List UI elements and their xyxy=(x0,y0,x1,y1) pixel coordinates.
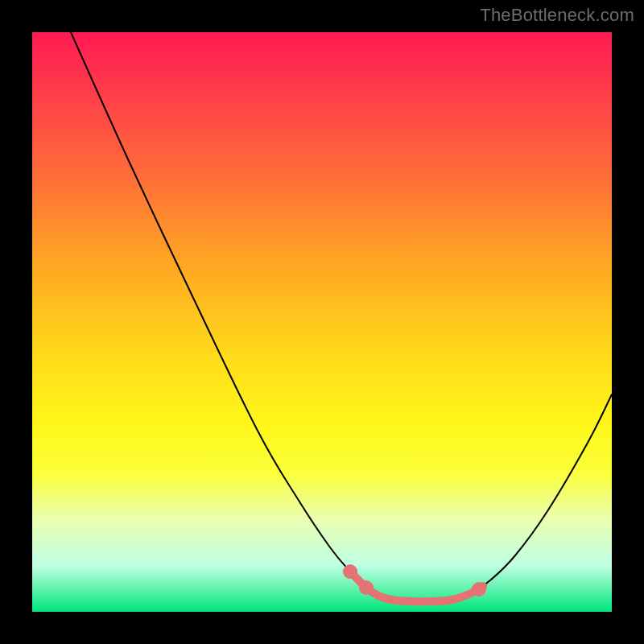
series-container xyxy=(71,32,612,601)
chart-plot-area xyxy=(32,32,612,612)
marker-0 xyxy=(343,564,357,579)
marker-1 xyxy=(359,580,374,595)
marker-2 xyxy=(472,582,486,597)
series-bottleneck-curve xyxy=(71,32,612,601)
chart-svg xyxy=(32,32,612,612)
watermark-text: TheBottleneck.com xyxy=(480,5,634,26)
